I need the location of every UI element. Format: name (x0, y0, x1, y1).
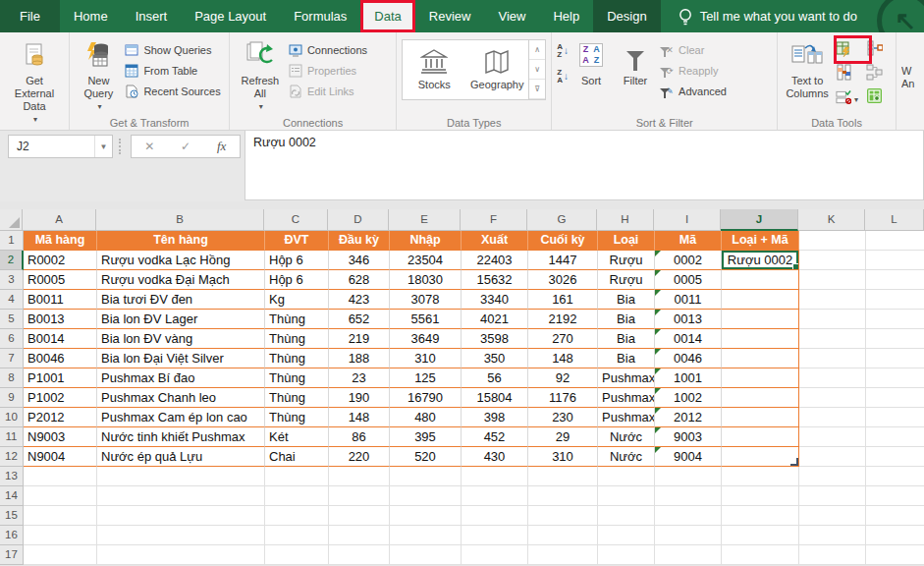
relationships-icon[interactable] (866, 64, 883, 81)
show-queries-button[interactable]: Show Queries (124, 39, 220, 60)
cell-G9[interactable]: 1176 (528, 388, 598, 408)
cell-B11[interactable]: Nước tinh khiết Pushmax (97, 427, 265, 447)
cell-C16[interactable] (265, 526, 329, 545)
recent-sources-button[interactable]: Recent Sources (124, 81, 220, 101)
column-header-K[interactable]: K (798, 209, 865, 231)
column-header-F[interactable]: F (461, 209, 527, 231)
cancel-button[interactable]: ✕ (132, 136, 168, 157)
cell-K11[interactable] (799, 427, 866, 447)
cell-H7[interactable]: Bia (598, 349, 655, 368)
cell-C17[interactable] (265, 545, 329, 565)
cell-I12[interactable]: 9004 (655, 447, 722, 467)
advanced-filter-button[interactable]: ✎ Advanced (659, 81, 727, 101)
gallery-scroll-down-icon[interactable]: ∨ (529, 60, 545, 80)
cell-B17[interactable] (97, 545, 265, 565)
cell-L15[interactable] (866, 506, 924, 526)
cell-I8[interactable]: 1001 (655, 368, 722, 388)
row-header-8[interactable]: 8 (0, 368, 24, 388)
cell-A9[interactable]: P1002 (24, 388, 97, 408)
column-header-J[interactable]: J (721, 209, 798, 231)
row-header-7[interactable]: 7 (0, 349, 24, 368)
cell-H4[interactable]: Bia (598, 290, 655, 310)
cell-D4[interactable]: 423 (329, 290, 390, 310)
row-header-11[interactable]: 11 (0, 427, 24, 447)
cell-H12[interactable]: Nước (598, 447, 655, 467)
tab-help[interactable]: Help (539, 0, 593, 32)
cell-G12[interactable]: 310 (528, 447, 598, 467)
cell-K7[interactable] (799, 349, 866, 368)
cell-D15[interactable] (329, 506, 390, 526)
cell-C8[interactable]: Thùng (265, 368, 329, 388)
cell-K15[interactable] (799, 506, 866, 526)
cell-G4[interactable]: 161 (528, 290, 598, 310)
cell-H10[interactable]: Pushmax (598, 408, 655, 427)
cell-K16[interactable] (799, 526, 866, 545)
cell-I7[interactable]: 0046 (655, 349, 722, 368)
cell-K13[interactable] (799, 467, 866, 486)
row-header-2[interactable]: 2 (0, 251, 24, 270)
row-header-4[interactable]: 4 (0, 290, 24, 310)
cell-G7[interactable]: 148 (528, 349, 598, 368)
cell-A17[interactable] (24, 545, 97, 565)
flash-fill-icon[interactable] (836, 40, 858, 57)
cell-H8[interactable]: Pushmax (598, 368, 655, 388)
cell-B16[interactable] (97, 526, 265, 545)
column-header-H[interactable]: H (597, 209, 654, 231)
cell-D11[interactable]: 86 (329, 427, 390, 447)
connections-button[interactable]: Connections (288, 39, 367, 60)
cell-J9[interactable] (722, 388, 799, 408)
cell-C6[interactable]: Thùng (265, 329, 329, 349)
cell-F1[interactable]: Xuất (462, 231, 528, 251)
cell-D17[interactable] (329, 545, 390, 565)
cell-D3[interactable]: 628 (329, 270, 390, 290)
cell-D9[interactable]: 190 (329, 388, 390, 408)
cell-A4[interactable]: B0011 (24, 290, 97, 310)
name-box[interactable]: J2 ▼ (8, 135, 113, 158)
column-header-D[interactable]: D (328, 209, 389, 231)
cell-E4[interactable]: 3078 (390, 290, 462, 310)
new-query-button[interactable]: New Query (75, 35, 122, 113)
refresh-all-button[interactable]: Refresh All (235, 35, 286, 113)
cell-G8[interactable]: 92 (528, 368, 598, 388)
tab-design[interactable]: Design (593, 0, 660, 32)
tab-home[interactable]: Home (60, 0, 122, 32)
cell-E11[interactable]: 395 (390, 427, 462, 447)
cell-C11[interactable]: Két (265, 427, 329, 447)
cell-I15[interactable] (655, 506, 722, 526)
row-header-6[interactable]: 6 (0, 329, 24, 349)
data-validation-button[interactable] (836, 87, 858, 108)
formula-input[interactable]: Rượu 0002 (245, 131, 924, 200)
cell-K5[interactable] (799, 310, 866, 329)
from-table-button[interactable]: From Table (124, 60, 220, 81)
get-external-data-button[interactable]: Get External Data (5, 35, 64, 126)
sort-descending-button[interactable]: ZA ↓ (557, 67, 569, 86)
cell-L9[interactable] (866, 388, 924, 408)
cell-J6[interactable] (722, 329, 799, 349)
column-header-C[interactable]: C (264, 209, 328, 231)
cell-G16[interactable] (528, 526, 598, 545)
cell-I4[interactable]: 0011 (655, 290, 722, 310)
column-header-I[interactable]: I (654, 209, 721, 231)
cell-D7[interactable]: 188 (329, 349, 390, 368)
text-to-columns-button[interactable]: Text to Columns (783, 35, 832, 100)
cell-I3[interactable]: 0005 (655, 270, 722, 290)
cell-H5[interactable]: Bia (598, 310, 655, 329)
cell-B1[interactable]: Tên hàng (97, 231, 265, 251)
what-if-analysis-button[interactable]: W An (901, 35, 919, 90)
cell-I6[interactable]: 0014 (655, 329, 722, 349)
cell-G10[interactable]: 230 (528, 408, 598, 427)
cell-F5[interactable]: 4021 (462, 310, 528, 329)
cell-L4[interactable] (866, 290, 924, 310)
cell-B9[interactable]: Pushmax Chanh leo (97, 388, 265, 408)
cell-F13[interactable] (462, 467, 528, 486)
cell-J16[interactable] (722, 526, 799, 545)
name-box-dropdown-icon[interactable]: ▼ (94, 136, 112, 157)
cell-J7[interactable] (722, 349, 799, 368)
cell-G2[interactable]: 1447 (528, 251, 598, 270)
cell-A16[interactable] (24, 526, 97, 545)
tab-review[interactable]: Review (415, 0, 485, 32)
cell-B7[interactable]: Bia lon Đại Việt Silver (97, 349, 265, 368)
cell-H6[interactable]: Bia (598, 329, 655, 349)
row-header-3[interactable]: 3 (0, 270, 24, 290)
cell-C13[interactable] (265, 467, 329, 486)
